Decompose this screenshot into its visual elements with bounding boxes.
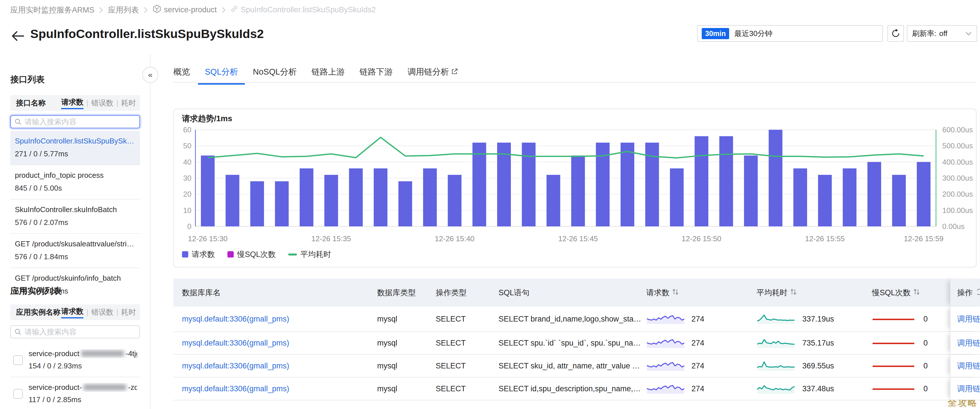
- breadcrumb-arms[interactable]: 应用实时监控服务ARMS: [10, 5, 94, 15]
- request-trend-chart: 01020304050600.00us100.00us200.00us300.0…: [174, 109, 976, 268]
- slow-sql-count: 0: [923, 339, 928, 347]
- request-bar: [473, 143, 486, 226]
- request-bar: [695, 136, 708, 226]
- interface-list-item[interactable]: product_info_topic process845 / 0 / 5.00…: [10, 165, 140, 199]
- request-bar: [917, 162, 931, 226]
- tab-4[interactable]: 链路上游: [312, 66, 345, 84]
- interface-item-name: product_info_topic process: [15, 171, 135, 180]
- interface-item-name: SpuInfoController.listSkuSpuBySkuI...: [15, 137, 135, 145]
- sort-icon[interactable]: [913, 288, 920, 298]
- trace-link[interactable]: 调用链: [957, 338, 980, 348]
- db-name-link[interactable]: mysql.default:3306(gmall_pms): [182, 384, 289, 393]
- legend-item-line[interactable]: 平均耗时: [288, 249, 331, 259]
- request-sparkline: [646, 336, 685, 351]
- sort-icon[interactable]: [672, 288, 679, 298]
- right-axis-tick: 300.00us: [942, 174, 973, 182]
- breadcrumb-app-list[interactable]: 应用列表: [108, 5, 139, 15]
- column-settings-icon[interactable]: [975, 288, 980, 298]
- instance-search-input[interactable]: [25, 328, 136, 336]
- interface-search-input[interactable]: [25, 118, 136, 126]
- tabs-divider: [173, 82, 977, 83]
- interface-search[interactable]: [10, 115, 140, 128]
- interface-list-item[interactable]: SkuInfoController.skuInfoBatch576 / 0 / …: [10, 199, 140, 233]
- request-bar: [201, 156, 215, 226]
- instance-list-item[interactable]: service-product--zqz7g117 / 0 / 2.85ms: [10, 377, 140, 409]
- table-row: mysql.default:3306(gmall_pms)mysqlSELECT…: [173, 332, 980, 355]
- column-header-6[interactable]: 平均耗时: [757, 288, 797, 298]
- action-column-header: 操作: [957, 288, 980, 298]
- db-name-link[interactable]: mysql.default:3306(gmall_pms): [182, 339, 289, 347]
- left-axis-tick: 10: [183, 206, 191, 215]
- request-bar: [324, 175, 338, 226]
- instance-list-item[interactable]: service-product-4tjgl154 / 0 / 2.93ms: [10, 344, 140, 377]
- interface-list-item[interactable]: GET /product/skusaleattrvalue/strin...57…: [10, 233, 140, 267]
- request-bar: [719, 136, 733, 226]
- chevron-right-icon: [143, 6, 148, 14]
- refresh-button[interactable]: [888, 25, 904, 42]
- time-range-picker[interactable]: 30min 最近30分钟: [697, 25, 883, 42]
- db-name-link[interactable]: mysql.default:3306(gmall_pms): [182, 315, 289, 323]
- interface-item-name: GET /product/skusaleattrvalue/strin...: [15, 240, 135, 248]
- request-bar: [670, 168, 684, 226]
- request-bar: [843, 168, 857, 226]
- instance-checkbox[interactable]: [13, 355, 23, 365]
- tab-6[interactable]: 调用链分析: [407, 66, 458, 84]
- column-header-5[interactable]: 请求数: [646, 288, 679, 298]
- request-count: 274: [691, 361, 704, 371]
- app-icon: [153, 5, 161, 15]
- sort-option-1[interactable]: 请求数: [61, 306, 83, 318]
- request-bar: [448, 175, 461, 226]
- avg-time-value: 337.48us: [802, 384, 834, 393]
- chevron-down-icon: [965, 29, 972, 38]
- legend-item-bar[interactable]: 慢SQL次数: [228, 249, 276, 259]
- analysis-tabs: 概览SQL分析NoSQL分析链路上游链路下游调用链分析: [173, 66, 458, 84]
- instance-search[interactable]: [10, 325, 140, 338]
- avg-time-sparkline: [757, 381, 795, 396]
- trace-link[interactable]: 调用链: [957, 384, 980, 394]
- interface-item-stats: 576 / 0 / 2.07ms: [15, 218, 135, 227]
- instance-checkbox[interactable]: [13, 389, 23, 399]
- request-bar: [571, 156, 585, 226]
- sort-icon[interactable]: [790, 288, 797, 298]
- request-bar: [892, 175, 906, 226]
- sort-option-2[interactable]: 错误数: [91, 98, 113, 108]
- trace-link[interactable]: 调用链: [957, 361, 980, 371]
- sql-statement: SELECT brand_id,name,logo,show_status,so…: [499, 315, 641, 323]
- interface-name-header: 接口名称: [16, 98, 46, 108]
- chevron-right-icon: [221, 6, 226, 14]
- column-header-7[interactable]: 慢SQL次数: [872, 288, 920, 298]
- refresh-rate-label: 刷新率:: [912, 29, 936, 38]
- sql-statement: SELECT sku_id, attr_name, attr_value FRO…: [499, 361, 641, 371]
- legend-item-bar[interactable]: 请求数: [182, 249, 215, 259]
- back-button[interactable]: [11, 30, 26, 42]
- sort-option-2[interactable]: 错误数: [91, 307, 113, 317]
- refresh-rate-select[interactable]: 刷新率: off: [907, 25, 977, 42]
- right-axis-tick: 200.00us: [942, 190, 973, 198]
- instance-sort-options: 请求数|错误数|耗时: [61, 306, 136, 318]
- interface-list-item[interactable]: SpuInfoController.listSkuSpuBySkuI...271…: [10, 131, 140, 165]
- tab-1[interactable]: 概览: [173, 66, 190, 84]
- sort-option-3[interactable]: 耗时: [121, 98, 136, 108]
- tab-3[interactable]: NoSQL分析: [253, 66, 297, 84]
- table-row: mysql.default:3306(gmall_pms)mysqlSELECT…: [173, 355, 980, 377]
- chart-legend: 请求数慢SQL次数平均耗时: [182, 249, 331, 259]
- interface-item-name: SkuInfoController.skuInfoBatch: [15, 205, 135, 214]
- sidebar-collapse-button[interactable]: «: [142, 67, 158, 83]
- interface-item-stats: 845 / 0 / 5.00s: [15, 184, 135, 193]
- db-name-link[interactable]: mysql.default:3306(gmall_pms): [182, 361, 289, 371]
- request-bar: [349, 168, 363, 226]
- request-bar: [620, 143, 634, 226]
- sort-option-3[interactable]: 耗时: [121, 307, 136, 317]
- instance-item-name: service-product--zqz7g: [29, 383, 137, 392]
- trace-link[interactable]: 调用链: [957, 314, 980, 324]
- sort-option-1[interactable]: 请求数: [61, 97, 83, 109]
- sort-separator: |: [116, 99, 118, 107]
- breadcrumb-service-product[interactable]: service-product: [153, 5, 217, 15]
- request-bar: [794, 168, 807, 226]
- tab-5[interactable]: 链路下游: [360, 66, 393, 84]
- request-sparkline: [646, 358, 685, 374]
- slow-sql-sparkline: [872, 381, 915, 396]
- tab-2[interactable]: SQL分析: [205, 66, 238, 84]
- request-sparkline: [646, 312, 685, 327]
- chevron-right-icon: [99, 6, 103, 14]
